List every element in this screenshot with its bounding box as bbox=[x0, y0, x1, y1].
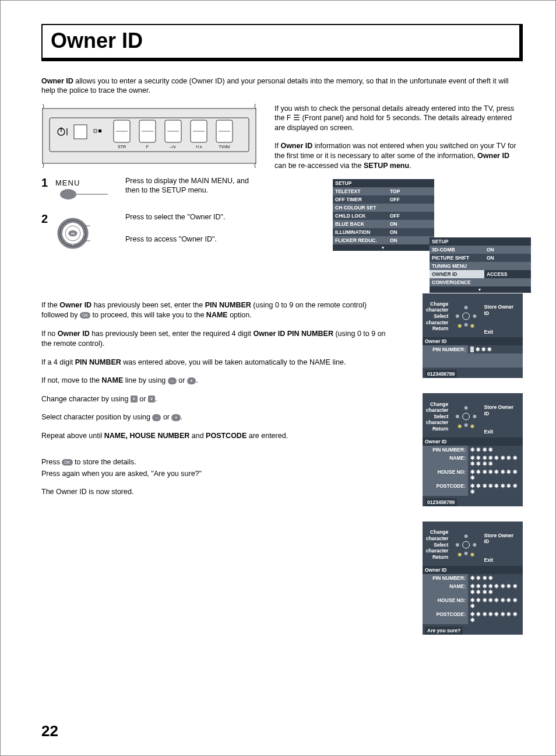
plus-icon: + bbox=[171, 414, 180, 421]
right-para-1: If you wish to check the personal detail… bbox=[275, 104, 523, 134]
osd-legend: Change character Select character Return bbox=[423, 293, 523, 338]
body-p8: Press OK to store the details. bbox=[41, 457, 392, 468]
step-1: 1 MENU Press to display the MAIN MENU, a… bbox=[41, 176, 257, 204]
svg-point-43 bbox=[463, 413, 470, 420]
step-1-number: 1 bbox=[41, 176, 55, 204]
svg-text:F: F bbox=[146, 145, 149, 149]
svg-text:∧: ∧ bbox=[72, 220, 74, 224]
osd-owner-title: Owner ID bbox=[423, 566, 523, 574]
front-panel-diagram: STR F –/∨ +/∧ TV/AV bbox=[41, 104, 257, 168]
intro-rest: allows you to enter a security code (Own… bbox=[41, 77, 509, 94]
svg-text:–: – bbox=[61, 232, 64, 235]
body-p1: If the Owner ID has previously been set,… bbox=[41, 300, 392, 321]
left-column: STR F –/∨ +/∧ TV/AV bbox=[41, 104, 257, 253]
svg-point-46 bbox=[456, 415, 459, 418]
body-p10: The Owner ID is now stored. bbox=[41, 487, 392, 498]
svg-point-38 bbox=[464, 323, 468, 327]
svg-point-41 bbox=[458, 324, 462, 328]
step-2-text: Press to select the "Owner ID". Press to… bbox=[125, 212, 257, 253]
page-title: Owner ID bbox=[51, 29, 511, 53]
manual-page: Owner ID Owner ID allows you to enter a … bbox=[0, 0, 556, 756]
step-2: 2 OK ∧ ∨ – + bbox=[41, 212, 257, 253]
nav-cross-icon bbox=[452, 530, 480, 559]
svg-text:–/∨: –/∨ bbox=[170, 145, 177, 149]
svg-text:+: + bbox=[82, 232, 85, 235]
down-icon: ∨ bbox=[148, 396, 155, 402]
osd-owner-block-3: Change character Select character Return bbox=[423, 522, 523, 635]
svg-rect-5 bbox=[74, 125, 87, 139]
svg-point-36 bbox=[463, 313, 470, 320]
right-column-top: If you wish to check the personal detail… bbox=[275, 104, 523, 253]
intro-bold: Owner ID bbox=[41, 77, 73, 85]
step-2-text-1: Press to select the "Owner ID". bbox=[125, 212, 257, 222]
page-number: 22 bbox=[41, 722, 58, 740]
osd-owner-block-1: Change character Select character Return bbox=[423, 293, 523, 379]
svg-text:OK: OK bbox=[71, 232, 75, 235]
svg-point-52 bbox=[464, 552, 468, 555]
osd-down-arrow: ▼ bbox=[430, 286, 531, 293]
svg-text:+/∧: +/∧ bbox=[195, 145, 202, 149]
intro-paragraph: Owner ID allows you to enter a security … bbox=[41, 76, 523, 96]
osd-owner-title: Owner ID bbox=[423, 438, 523, 446]
svg-point-39 bbox=[456, 314, 459, 318]
osd-setup-stack: SETUP TELETEXTTOP OFF TIMEROFF CH COLOUR… bbox=[333, 179, 523, 251]
step-2-number: 2 bbox=[41, 212, 55, 253]
body-p2: If no Owner ID has previously been set, … bbox=[41, 329, 392, 349]
svg-text:∨: ∨ bbox=[72, 242, 74, 246]
svg-point-40 bbox=[473, 314, 477, 318]
menu-label: MENU bbox=[55, 178, 125, 187]
body-p7: Repeat above until NAME, HOUSE NUMBER an… bbox=[41, 431, 392, 442]
right-para-2: If Owner ID information was not entered … bbox=[275, 141, 523, 171]
step-1-text: Press to display the MAIN MENU, and then… bbox=[125, 176, 257, 204]
osd-down-arrow: ▼ bbox=[333, 244, 434, 251]
body-p3: If a 4 digit PIN NUMBER was entered abov… bbox=[41, 358, 392, 368]
osd-owner-block-2: Change character Select character Return bbox=[423, 393, 523, 506]
step-2-icon-area: OK ∧ ∨ – + bbox=[55, 212, 125, 253]
body-p5: Change character by using ∧ or ∨. bbox=[41, 394, 392, 405]
svg-point-53 bbox=[456, 543, 459, 547]
osd-setup-2: SETUP 3D-COMBON PICTURE SHIFTON TUNING M… bbox=[430, 237, 531, 293]
body-p4: If not, move to the NAME line by using –… bbox=[41, 376, 392, 386]
page-title-box: Owner ID bbox=[41, 24, 523, 61]
body-p9: Press again when you are asked, "Are you… bbox=[41, 469, 392, 480]
svg-point-49 bbox=[471, 425, 474, 428]
nav-cross-icon bbox=[452, 302, 480, 331]
nav-pad-icon: OK ∧ ∨ – + bbox=[55, 216, 90, 251]
osd-examples-column: Change character Select character Return bbox=[415, 288, 523, 635]
svg-text:STR: STR bbox=[118, 145, 126, 149]
osd-setup-2-header: SETUP bbox=[430, 237, 531, 246]
step-1-icon-area: MENU bbox=[55, 176, 125, 204]
instruction-body: If the Owner ID has previously been set,… bbox=[41, 300, 392, 635]
svg-point-55 bbox=[458, 553, 462, 556]
svg-point-23 bbox=[60, 189, 76, 200]
svg-point-54 bbox=[473, 543, 477, 547]
step-2-text-2: Press to access "Owner ID". bbox=[125, 235, 257, 244]
svg-point-51 bbox=[464, 534, 468, 538]
svg-point-44 bbox=[464, 406, 468, 410]
osd-setup-1-header: SETUP bbox=[333, 179, 434, 187]
plus-icon: + bbox=[187, 377, 196, 384]
osd-owner-title: Owner ID bbox=[423, 337, 523, 345]
svg-text:TV/AV: TV/AV bbox=[219, 145, 230, 149]
svg-point-47 bbox=[473, 415, 477, 418]
svg-point-48 bbox=[458, 425, 462, 428]
osd-legend: Change character Select character Return bbox=[423, 393, 523, 438]
osd-numstrip: 0123456789 bbox=[425, 498, 457, 506]
svg-rect-7 bbox=[98, 130, 101, 132]
minus-icon: – bbox=[152, 414, 161, 421]
osd-numstrip: 0123456789 bbox=[425, 370, 457, 378]
body-p6: Select character position by using – or … bbox=[41, 412, 392, 423]
up-icon: ∧ bbox=[131, 396, 138, 402]
svg-point-42 bbox=[471, 324, 474, 328]
svg-point-45 bbox=[464, 424, 468, 427]
svg-point-56 bbox=[471, 553, 474, 556]
osd-setup-1: SETUP TELETEXTTOP OFF TIMEROFF CH COLOUR… bbox=[333, 179, 434, 251]
ok-icon: OK bbox=[80, 312, 90, 318]
menu-button-icon bbox=[55, 187, 108, 202]
svg-point-37 bbox=[464, 306, 468, 310]
minus-icon: – bbox=[168, 377, 177, 384]
osd-legend: Change character Select character Return bbox=[423, 522, 523, 566]
nav-cross-icon bbox=[452, 402, 480, 431]
osd-are-you-sure: Are you sure? bbox=[425, 626, 463, 635]
ok-icon: OK bbox=[62, 459, 72, 466]
